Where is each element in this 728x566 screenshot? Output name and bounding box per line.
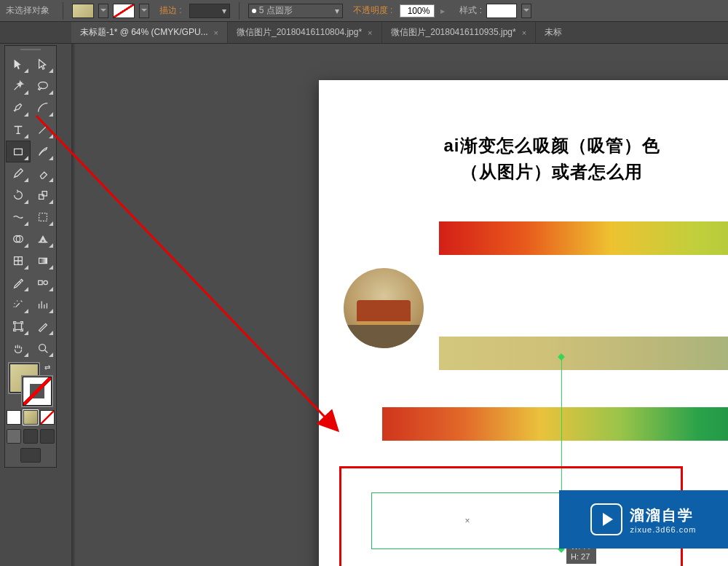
magic-wand-tool[interactable] <box>6 75 31 97</box>
artboard-tool[interactable] <box>6 315 31 337</box>
swap-fill-stroke-icon[interactable]: ⇄ <box>44 363 50 372</box>
svg-rect-2 <box>42 192 47 196</box>
gradient-bar-3[interactable] <box>382 407 728 441</box>
draw-normal[interactable] <box>7 429 21 444</box>
rotate-tool[interactable] <box>6 184 31 206</box>
no-selection-label: 未选择对象 <box>6 4 50 17</box>
svg-rect-8 <box>39 280 42 284</box>
tab-image-0935[interactable]: 微信图片_20180416110935.jpg* × <box>382 22 537 43</box>
toolbox-panel: ⇄ <box>4 45 57 468</box>
gradient-tool[interactable] <box>31 250 55 272</box>
pen-tool[interactable] <box>6 97 31 119</box>
gradient-bar-1[interactable] <box>439 221 728 255</box>
color-mode-row <box>7 410 55 425</box>
stroke-swatch[interactable] <box>113 4 135 18</box>
eraser-tool[interactable] <box>31 162 55 184</box>
close-icon[interactable]: × <box>368 28 372 37</box>
opacity-label: 不透明度 : <box>353 4 393 17</box>
play-icon <box>590 503 622 535</box>
zoom-tool[interactable] <box>31 337 55 359</box>
column-graph-tool[interactable] <box>31 294 55 315</box>
curvature-tool[interactable] <box>31 97 55 119</box>
fill-dropdown[interactable] <box>98 4 108 18</box>
gradient-bar-2[interactable] <box>439 337 728 370</box>
tab-label: 微信图片_20180416110804.jpg* <box>237 26 362 39</box>
draw-inside[interactable] <box>40 429 55 444</box>
shape-builder-tool[interactable] <box>6 228 31 250</box>
perspective-grid-tool[interactable] <box>31 228 55 250</box>
free-transform-tool[interactable] <box>31 206 55 228</box>
svg-rect-0 <box>15 149 23 154</box>
sample-image-circle[interactable] <box>344 268 424 348</box>
tab-label: 未标 <box>545 26 562 39</box>
artwork-title: ai渐变怎么吸颜（吸管）色 （从图片）或者怎么用 <box>339 133 728 185</box>
opacity-input[interactable]: 100% <box>400 4 435 17</box>
paintbrush-tool[interactable] <box>31 141 55 162</box>
tab-overflow[interactable]: 未标 <box>536 22 571 43</box>
control-bar: 未选择对象 描边 : ▾ 5 点圆形 ▾ 不透明度 : 100% ▸ 样式 : <box>0 0 728 22</box>
screen-mode-button[interactable] <box>20 448 41 463</box>
stroke-weight-input[interactable]: ▾ <box>189 4 230 18</box>
watermark-title: 溜溜自学 <box>630 506 696 525</box>
slice-tool[interactable] <box>31 315 55 337</box>
watermark-url: zixue.3d66.com <box>630 525 696 534</box>
tab-label: 未标题-1* @ 64% (CMYK/GPU... <box>80 26 208 39</box>
width-tool[interactable] <box>6 206 31 228</box>
close-icon[interactable]: × <box>214 28 218 37</box>
document-tab-bar: 未标题-1* @ 64% (CMYK/GPU... × 微信图片_2018041… <box>0 22 728 44</box>
line-tool[interactable] <box>31 119 55 141</box>
color-mode-none[interactable] <box>40 410 55 425</box>
style-swatch[interactable] <box>486 4 517 18</box>
scale-tool[interactable] <box>31 184 55 206</box>
mesh-tool[interactable] <box>6 250 31 272</box>
style-label: 样式 : <box>459 4 482 17</box>
stroke-label: 描边 : <box>159 4 182 17</box>
svg-rect-1 <box>39 194 44 199</box>
svg-rect-10 <box>15 323 22 330</box>
stroke-color-box[interactable] <box>23 377 52 406</box>
drawing-rectangle[interactable]: × <box>371 492 563 549</box>
lasso-tool[interactable] <box>31 75 55 97</box>
style-dropdown[interactable] <box>521 4 531 18</box>
center-marker-icon: × <box>464 516 470 526</box>
draw-mode-row <box>7 429 55 444</box>
color-mode-gradient[interactable] <box>23 410 38 425</box>
type-tool[interactable] <box>6 119 31 141</box>
svg-point-9 <box>44 280 47 284</box>
blend-tool[interactable] <box>31 272 55 294</box>
rectangle-tool[interactable] <box>6 141 31 162</box>
tab-image-0804[interactable]: 微信图片_20180416110804.jpg* × <box>228 22 382 43</box>
tab-label: 微信图片_20180416110935.jpg* <box>391 26 516 39</box>
watermark-badge: 溜溜自学 zixue.3d66.com <box>559 490 728 549</box>
svg-rect-7 <box>39 258 47 263</box>
color-mode-solid[interactable] <box>7 410 21 425</box>
hand-tool[interactable] <box>6 337 31 359</box>
direct-selection-tool[interactable] <box>31 53 55 75</box>
close-icon[interactable]: × <box>522 28 526 37</box>
fill-stroke-indicator[interactable]: ⇄ <box>9 363 52 406</box>
canvas-area[interactable]: ai渐变怎么吸颜（吸管）色 （从图片）或者怎么用 × W: 77H: 27 <box>71 44 728 566</box>
symbol-sprayer-tool[interactable] <box>6 294 31 315</box>
fill-swatch[interactable] <box>72 4 94 18</box>
stroke-dropdown[interactable] <box>139 4 149 18</box>
eyedropper-tool[interactable] <box>6 272 31 294</box>
draw-behind[interactable] <box>23 429 38 444</box>
svg-point-11 <box>39 345 46 351</box>
tab-untitled-1[interactable]: 未标题-1* @ 64% (CMYK/GPU... × <box>71 22 228 43</box>
stroke-profile-select[interactable]: 5 点圆形 ▾ <box>248 4 343 18</box>
pencil-tool[interactable] <box>6 162 31 184</box>
panel-grip[interactable] <box>5 46 56 53</box>
selection-tool[interactable] <box>6 53 31 75</box>
svg-rect-3 <box>39 213 47 221</box>
